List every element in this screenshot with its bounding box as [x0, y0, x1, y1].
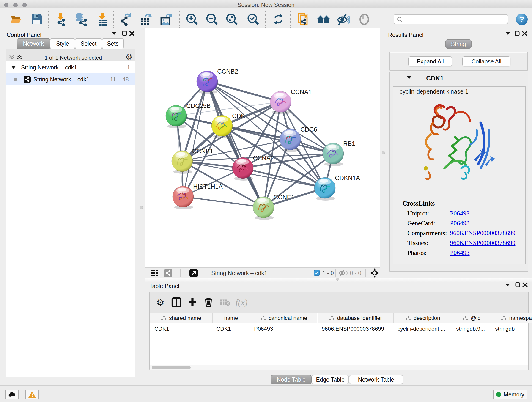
memory-button[interactable]: Memory [493, 390, 527, 399]
delete-column-icon[interactable] [202, 296, 215, 309]
table-cell[interactable]: stringdb:9... [452, 324, 491, 334]
panel-close-icon[interactable] [522, 282, 528, 288]
refresh-icon[interactable] [272, 13, 285, 26]
column-header-shared-name[interactable]: shared name [150, 313, 212, 323]
network-node-ccna2[interactable]: CCNA2 [232, 155, 274, 181]
tab-string[interactable]: String [445, 39, 472, 49]
panel-maximize-icon[interactable] [515, 282, 520, 287]
crosslink-value-link[interactable]: 9606.ENSP00000378699 [450, 239, 515, 247]
table-horizontal-scrollbar[interactable] [150, 365, 528, 370]
share-view-icon[interactable] [164, 269, 172, 277]
clone-network-icon[interactable] [297, 13, 310, 26]
fit-selected-icon[interactable] [370, 268, 379, 278]
column-header-database-identifier[interactable]: database identifier [317, 313, 393, 323]
show-eye-icon[interactable] [357, 13, 371, 26]
export-network-icon[interactable] [120, 13, 133, 26]
horizontal-splitter-handle[interactable] [336, 278, 339, 281]
zoom-out-icon[interactable] [205, 13, 219, 26]
panel-float-icon[interactable] [505, 283, 510, 287]
network-row-selected[interactable]: String Network – cdk1 11 48 [6, 73, 135, 85]
zoom-selected-icon[interactable] [246, 13, 260, 26]
import-table-icon[interactable] [96, 13, 109, 26]
table-cell[interactable]: CDK1 [212, 324, 249, 334]
right-splitter-handle[interactable] [382, 151, 385, 154]
panel-float-icon[interactable] [111, 32, 117, 35]
network-node-cdk1[interactable]: CDK1 [211, 113, 249, 138]
crosslink-value-link[interactable]: P06493 [450, 220, 470, 227]
network-node-ccnb1[interactable]: CCNB1 [172, 148, 213, 174]
gene-section-header[interactable]: CDK1 [390, 72, 528, 85]
collection-expander-icon[interactable] [11, 66, 16, 69]
tab-node-table[interactable]: Node Table [271, 375, 312, 384]
nodes-selected-checkbox[interactable]: ✓ [314, 270, 320, 276]
search-input[interactable] [394, 14, 508, 24]
show-columns-icon[interactable] [170, 296, 183, 309]
tab-network-table[interactable]: Network Table [349, 375, 403, 384]
network-node-ccna1[interactable]: CCNA1 [270, 89, 312, 114]
open-session-icon[interactable] [10, 13, 23, 26]
collapse-all-button[interactable]: Collapse All [462, 56, 510, 66]
tab-select[interactable]: Select [75, 38, 102, 49]
panel-close-icon[interactable] [522, 31, 527, 36]
export-table-icon[interactable] [139, 13, 153, 26]
zoom-in-icon[interactable] [185, 13, 199, 26]
home-icon[interactable] [317, 13, 330, 26]
cloud-status-button[interactable] [5, 390, 19, 399]
column-header-@id[interactable]: @id [452, 313, 491, 323]
collapse-all-icon[interactable] [9, 55, 15, 61]
network-node-ccne1[interactable]: CCNE1 [253, 194, 295, 220]
import-network-icon[interactable] [54, 13, 68, 26]
main-toolbar: ? [0, 8, 532, 28]
tab-edge-table[interactable]: Edge Table [312, 375, 349, 384]
network-graph[interactable]: CCNB2CCNA1CDC25BCDK1CDC6RB1CCNB1CCNA2CDK… [145, 28, 380, 268]
table-cell[interactable]: stringdb [491, 324, 532, 334]
scrollbar-thumb[interactable] [152, 366, 191, 370]
column-header-name[interactable]: name [212, 313, 249, 323]
function-builder-icon[interactable]: f(x) [235, 296, 248, 309]
expand-all-button[interactable]: Expand All [408, 56, 452, 66]
network-collection-row[interactable]: String Network – cdk1 1 [6, 61, 135, 73]
crosslink-value-link[interactable]: 9606.ENSP00000378699 [450, 230, 515, 237]
title-bar: Session: New Session [0, 0, 532, 8]
network-node-cdkn1a[interactable]: CDKN1A [314, 175, 360, 201]
control-panel-title: Control Panel [7, 32, 41, 38]
add-column-icon[interactable] [186, 296, 199, 309]
network-node-rb1[interactable]: RB1 [323, 140, 355, 166]
expand-all-icon[interactable] [17, 55, 22, 61]
column-header-namespace[interactable]: namespace [491, 313, 532, 323]
warning-status-button[interactable] [25, 390, 39, 399]
network-node-hist1h1a[interactable]: HIST1H1A [172, 183, 223, 209]
delete-table-icon[interactable] [219, 296, 231, 309]
zoom-fit-icon[interactable] [225, 13, 239, 26]
column-header-description[interactable]: description [393, 313, 452, 323]
export-image-icon[interactable] [160, 13, 173, 26]
panel-close-icon[interactable] [129, 31, 135, 36]
column-header-canonical-name[interactable]: canonical name [250, 313, 317, 323]
crosslink-value-link[interactable]: P06493 [450, 210, 470, 217]
crosslink-value-link[interactable]: P06493 [450, 249, 470, 256]
network-canvas[interactable]: CCNB2CCNA1CDC25BCDK1CDC6RB1CCNB1CCNA2CDK… [145, 28, 380, 278]
gene-expander-icon[interactable] [406, 76, 412, 79]
table-cell[interactable]: P06493 [250, 324, 317, 334]
import-database-icon[interactable] [74, 13, 88, 26]
tab-style[interactable]: Style [50, 38, 75, 49]
results-panel: Results Panel String Expand All Collapse… [380, 28, 532, 283]
left-splitter-handle[interactable] [140, 206, 143, 209]
hide-eye-icon[interactable] [336, 13, 350, 26]
tab-network[interactable]: Network [17, 38, 50, 49]
panel-maximize-icon[interactable] [515, 31, 520, 36]
grid-view-icon[interactable] [151, 269, 158, 277]
table-gear-icon[interactable]: ⚙ [154, 296, 167, 309]
network-edge[interactable] [183, 81, 207, 197]
crosslinks-title: CrossLinks [402, 200, 521, 207]
table-cell[interactable]: 9606.ENSP00000378699 [317, 324, 393, 334]
panel-float-icon[interactable] [505, 32, 511, 35]
tab-sets[interactable]: Sets [102, 38, 124, 49]
save-session-icon[interactable] [30, 13, 44, 26]
network-edge[interactable] [183, 197, 264, 207]
birdseye-icon[interactable] [190, 269, 198, 277]
panel-maximize-icon[interactable] [122, 31, 127, 36]
table-cell[interactable]: CDK1 [150, 324, 212, 334]
help-button[interactable]: ? [516, 13, 528, 25]
table-cell[interactable]: cyclin-dependent ... [393, 324, 452, 334]
